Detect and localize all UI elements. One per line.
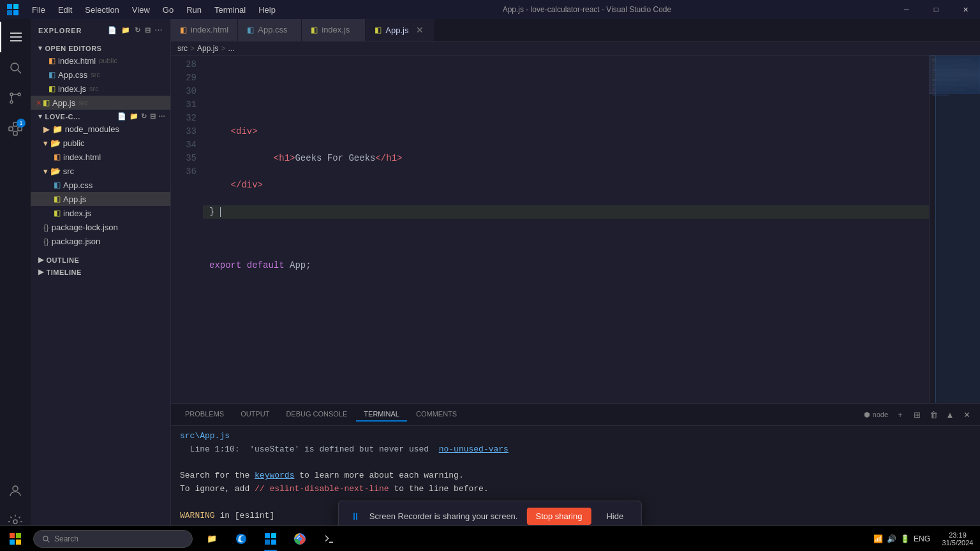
code-line-36: [203, 286, 929, 299]
outline-section[interactable]: ▶ OUTLINE: [31, 253, 170, 265]
close-editor-icon[interactable]: ✕: [36, 99, 41, 107]
stop-sharing-button[interactable]: Stop sharing: [526, 508, 591, 525]
menu-run[interactable]: Run: [180, 0, 208, 19]
tab-app-js[interactable]: ◧ App.js ✕: [366, 19, 434, 41]
project-section[interactable]: ▾ LOVE-C... 📄 📁 ↻ ⊟ ···: [31, 110, 170, 122]
open-editor-app-css[interactable]: ◧ App.css src: [31, 68, 170, 82]
tree-node-modules[interactable]: ▶ 📁 node_modules: [31, 122, 170, 136]
tree-index-js[interactable]: ◧ index.js: [31, 206, 170, 220]
battery-icon[interactable]: 🔋: [900, 534, 910, 543]
open-editor-app-js[interactable]: ✕ ◧ App.js src: [31, 96, 170, 110]
json-icon2: {}: [43, 237, 49, 246]
taskbar-search[interactable]: Search: [33, 530, 193, 548]
add-terminal-icon[interactable]: +: [893, 408, 907, 422]
tree-app-js[interactable]: ◧ App.js: [31, 192, 170, 206]
explorer-icon[interactable]: [0, 22, 31, 52]
line-numbers: 28 29 30 31 32 33 34 35 36: [171, 55, 203, 403]
timeline-section[interactable]: ▶ TIMELINE: [31, 265, 170, 277]
code-line-28: [203, 71, 929, 85]
maximize-panel-icon[interactable]: ▲: [943, 408, 957, 422]
tree-index-html[interactable]: ◧ index.html: [31, 150, 170, 164]
source-control-icon[interactable]: [0, 83, 31, 114]
close-panel-icon[interactable]: ✕: [960, 408, 974, 422]
folder-icon: ▾ 📂: [43, 166, 61, 176]
volume-icon[interactable]: 🔊: [887, 534, 896, 543]
menu-edit[interactable]: Edit: [52, 0, 78, 19]
editor-badge: public: [99, 57, 117, 64]
panel-tab-debug[interactable]: DEBUG CONSOLE: [278, 408, 355, 422]
breadcrumb-symbol[interactable]: ...: [228, 44, 234, 53]
svg-rect-0: [7, 4, 12, 9]
tab-close-icon[interactable]: ✕: [415, 24, 425, 36]
window-title: App.js - love-calculator-react - Visual …: [282, 5, 892, 14]
code-line-31: <h1>Geeks For Geeks</h1>: [203, 152, 929, 165]
sidebar-new-folder-icon[interactable]: 📁: [121, 26, 131, 34]
tab-icon: ◧: [375, 26, 382, 34]
code-editor[interactable]: 28 29 30 31 32 33 34 35 36 <div> <h1>Gee…: [171, 55, 980, 403]
sidebar-new-file-icon[interactable]: 📄: [108, 26, 117, 34]
breadcrumb-file[interactable]: App.js: [197, 44, 218, 53]
svg-rect-25: [271, 533, 276, 538]
menu-view[interactable]: View: [126, 0, 156, 19]
code-content[interactable]: <div> <h1>Geeks For Geeks</h1> </div> } …: [203, 55, 929, 403]
start-button[interactable]: [0, 526, 31, 552]
new-folder-project-icon[interactable]: 📁: [130, 112, 139, 121]
minimize-button[interactable]: ─: [892, 0, 921, 19]
tab-index-html[interactable]: ◧ index.html: [171, 19, 238, 41]
no-unused-vars-link[interactable]: no-unused-vars: [439, 444, 509, 454]
tree-package-lock[interactable]: {} package-lock.json: [31, 220, 170, 234]
close-button[interactable]: ✕: [951, 0, 980, 19]
app-icon[interactable]: [0, 0, 26, 19]
panel-tab-problems[interactable]: PROBLEMS: [177, 408, 232, 422]
menu-terminal[interactable]: Terminal: [208, 0, 252, 19]
tab-index-js[interactable]: ◧ index.js: [302, 19, 366, 41]
breadcrumb-src[interactable]: src: [177, 44, 188, 53]
split-terminal-icon[interactable]: ⊞: [910, 408, 924, 422]
sidebar-collapse-icon[interactable]: ⊟: [145, 26, 151, 34]
open-editors-chevron: ▾: [38, 44, 43, 52]
open-editors-section[interactable]: ▾ OPEN EDITORS: [31, 41, 170, 54]
svg-rect-19: [10, 540, 15, 545]
maximize-button[interactable]: □: [921, 0, 951, 19]
sidebar-title: Explorer: [38, 27, 82, 34]
panel-tab-comments[interactable]: COMMENTS: [408, 408, 464, 422]
search-icon[interactable]: [0, 52, 31, 83]
menu-selection[interactable]: Selection: [78, 0, 125, 19]
open-editor-index-html[interactable]: ◧ index.html public: [31, 54, 170, 68]
terminal-line: Line 1:10: 'useState' is defined but nev…: [180, 443, 971, 457]
keywords-link[interactable]: keywords: [255, 471, 294, 480]
collapse-project-icon[interactable]: ⊟: [150, 112, 156, 121]
panel-tab-terminal[interactable]: TERMINAL: [356, 408, 407, 422]
panel-tab-output[interactable]: OUTPUT: [233, 408, 277, 422]
outline-chevron: ▶: [38, 256, 44, 264]
tree-src[interactable]: ▾ 📂 src: [31, 164, 170, 178]
open-editor-name: App.css: [58, 70, 87, 80]
extensions-icon[interactable]: 1: [0, 114, 31, 144]
menu-go[interactable]: Go: [156, 0, 180, 19]
menu-file[interactable]: File: [26, 0, 52, 19]
menu-help[interactable]: Help: [252, 0, 282, 19]
open-editor-index-js[interactable]: ◧ index.js src: [31, 82, 170, 96]
tree-app-css[interactable]: ◧ App.css: [31, 178, 170, 192]
taskbar-terminal[interactable]: [315, 526, 343, 552]
taskbar-chrome[interactable]: [286, 526, 314, 552]
sidebar-refresh-icon[interactable]: ↻: [135, 26, 141, 34]
banner-text: Screen Recorder is sharing your screen.: [369, 511, 518, 521]
new-file-project-icon[interactable]: 📄: [117, 112, 127, 121]
lang-indicator[interactable]: ENG: [914, 534, 930, 543]
tree-package-json[interactable]: {} package.json: [31, 234, 170, 248]
hide-button[interactable]: Hide: [600, 508, 630, 525]
tree-public[interactable]: ▾ 📂 public: [31, 136, 170, 150]
taskbar-edge[interactable]: [227, 526, 255, 552]
network-icon[interactable]: 📶: [873, 534, 883, 543]
more-project-icon[interactable]: ···: [158, 112, 165, 121]
refresh-project-icon[interactable]: ↻: [141, 112, 147, 121]
account-icon[interactable]: [0, 476, 31, 506]
tab-app-css[interactable]: ◧ App.css: [238, 19, 302, 41]
taskbar-clock[interactable]: 23:19 31/5/2024: [935, 526, 980, 552]
taskbar-explorer[interactable]: 📁: [198, 526, 226, 552]
panel-right-buttons: ⬢ node + ⊞ 🗑 ▲ ✕: [864, 408, 974, 422]
kill-terminal-icon[interactable]: 🗑: [926, 408, 940, 422]
taskbar-vscode[interactable]: [256, 526, 285, 552]
sidebar-more-icon[interactable]: ···: [155, 26, 163, 34]
